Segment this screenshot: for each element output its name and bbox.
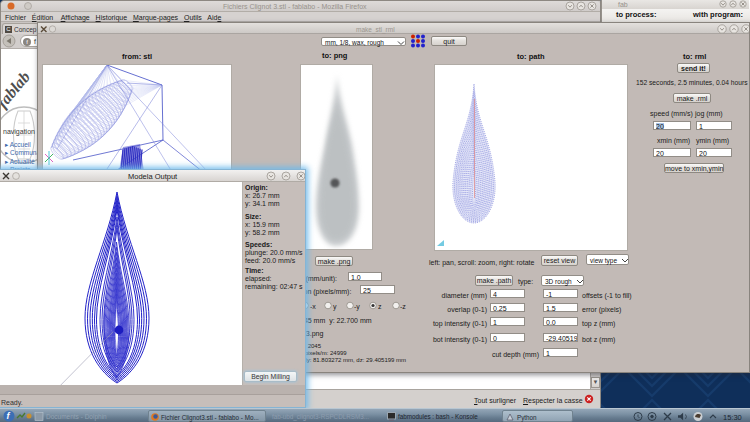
svg-text:fablab: fablab [1,68,34,112]
